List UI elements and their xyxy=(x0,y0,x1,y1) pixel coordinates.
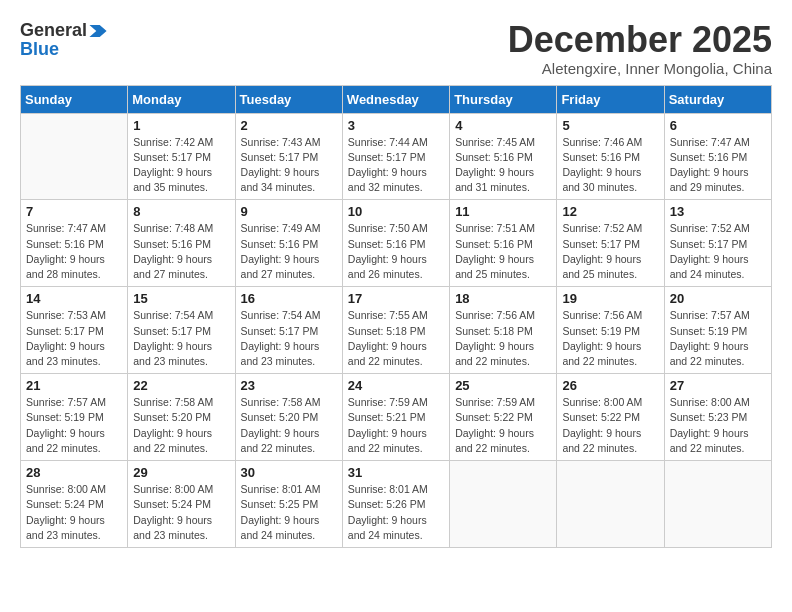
cell-info: Sunrise: 7:55 AM Sunset: 5:18 PM Dayligh… xyxy=(348,308,444,369)
calendar-cell xyxy=(21,113,128,200)
header-friday: Friday xyxy=(557,85,664,113)
cell-info: Sunrise: 7:57 AM Sunset: 5:19 PM Dayligh… xyxy=(670,308,766,369)
cell-info: Sunrise: 8:01 AM Sunset: 5:25 PM Dayligh… xyxy=(241,482,337,543)
cell-info: Sunrise: 7:52 AM Sunset: 5:17 PM Dayligh… xyxy=(562,221,658,282)
day-number: 27 xyxy=(670,378,766,393)
calendar-cell: 16Sunrise: 7:54 AM Sunset: 5:17 PM Dayli… xyxy=(235,287,342,374)
header-tuesday: Tuesday xyxy=(235,85,342,113)
logo: General Blue xyxy=(20,20,107,60)
calendar-table: SundayMondayTuesdayWednesdayThursdayFrid… xyxy=(20,85,772,548)
cell-info: Sunrise: 7:50 AM Sunset: 5:16 PM Dayligh… xyxy=(348,221,444,282)
logo-icon xyxy=(89,25,107,37)
cell-info: Sunrise: 7:43 AM Sunset: 5:17 PM Dayligh… xyxy=(241,135,337,196)
day-number: 21 xyxy=(26,378,122,393)
day-number: 12 xyxy=(562,204,658,219)
cell-info: Sunrise: 7:46 AM Sunset: 5:16 PM Dayligh… xyxy=(562,135,658,196)
calendar-cell: 7Sunrise: 7:47 AM Sunset: 5:16 PM Daylig… xyxy=(21,200,128,287)
cell-info: Sunrise: 7:59 AM Sunset: 5:22 PM Dayligh… xyxy=(455,395,551,456)
week-row-4: 28Sunrise: 8:00 AM Sunset: 5:24 PM Dayli… xyxy=(21,461,772,548)
calendar-cell: 23Sunrise: 7:58 AM Sunset: 5:20 PM Dayli… xyxy=(235,374,342,461)
logo-general: General xyxy=(20,20,87,41)
location-subtitle: Aletengxire, Inner Mongolia, China xyxy=(508,60,772,77)
calendar-cell: 13Sunrise: 7:52 AM Sunset: 5:17 PM Dayli… xyxy=(664,200,771,287)
cell-info: Sunrise: 8:00 AM Sunset: 5:24 PM Dayligh… xyxy=(133,482,229,543)
calendar-cell: 1Sunrise: 7:42 AM Sunset: 5:17 PM Daylig… xyxy=(128,113,235,200)
calendar-cell: 31Sunrise: 8:01 AM Sunset: 5:26 PM Dayli… xyxy=(342,461,449,548)
day-number: 16 xyxy=(241,291,337,306)
week-row-1: 7Sunrise: 7:47 AM Sunset: 5:16 PM Daylig… xyxy=(21,200,772,287)
calendar-cell: 26Sunrise: 8:00 AM Sunset: 5:22 PM Dayli… xyxy=(557,374,664,461)
header-thursday: Thursday xyxy=(450,85,557,113)
day-number: 13 xyxy=(670,204,766,219)
calendar-cell: 15Sunrise: 7:54 AM Sunset: 5:17 PM Dayli… xyxy=(128,287,235,374)
calendar-cell xyxy=(557,461,664,548)
cell-info: Sunrise: 7:56 AM Sunset: 5:18 PM Dayligh… xyxy=(455,308,551,369)
calendar-cell: 28Sunrise: 8:00 AM Sunset: 5:24 PM Dayli… xyxy=(21,461,128,548)
cell-info: Sunrise: 7:56 AM Sunset: 5:19 PM Dayligh… xyxy=(562,308,658,369)
calendar-cell: 12Sunrise: 7:52 AM Sunset: 5:17 PM Dayli… xyxy=(557,200,664,287)
day-number: 22 xyxy=(133,378,229,393)
day-number: 14 xyxy=(26,291,122,306)
calendar-cell: 27Sunrise: 8:00 AM Sunset: 5:23 PM Dayli… xyxy=(664,374,771,461)
day-number: 18 xyxy=(455,291,551,306)
day-number: 8 xyxy=(133,204,229,219)
page-header: General Blue December 2025 Aletengxire, … xyxy=(20,20,772,77)
day-number: 3 xyxy=(348,118,444,133)
header-sunday: Sunday xyxy=(21,85,128,113)
day-number: 15 xyxy=(133,291,229,306)
day-number: 26 xyxy=(562,378,658,393)
day-number: 4 xyxy=(455,118,551,133)
header-wednesday: Wednesday xyxy=(342,85,449,113)
cell-info: Sunrise: 7:54 AM Sunset: 5:17 PM Dayligh… xyxy=(133,308,229,369)
day-number: 7 xyxy=(26,204,122,219)
calendar-cell: 3Sunrise: 7:44 AM Sunset: 5:17 PM Daylig… xyxy=(342,113,449,200)
day-number: 19 xyxy=(562,291,658,306)
svg-marker-0 xyxy=(89,25,106,37)
title-area: December 2025 Aletengxire, Inner Mongoli… xyxy=(508,20,772,77)
cell-info: Sunrise: 7:44 AM Sunset: 5:17 PM Dayligh… xyxy=(348,135,444,196)
calendar-cell: 10Sunrise: 7:50 AM Sunset: 5:16 PM Dayli… xyxy=(342,200,449,287)
cell-info: Sunrise: 7:54 AM Sunset: 5:17 PM Dayligh… xyxy=(241,308,337,369)
day-number: 5 xyxy=(562,118,658,133)
calendar-cell: 30Sunrise: 8:01 AM Sunset: 5:25 PM Dayli… xyxy=(235,461,342,548)
day-number: 29 xyxy=(133,465,229,480)
calendar-cell: 6Sunrise: 7:47 AM Sunset: 5:16 PM Daylig… xyxy=(664,113,771,200)
week-row-3: 21Sunrise: 7:57 AM Sunset: 5:19 PM Dayli… xyxy=(21,374,772,461)
cell-info: Sunrise: 7:52 AM Sunset: 5:17 PM Dayligh… xyxy=(670,221,766,282)
header-saturday: Saturday xyxy=(664,85,771,113)
day-number: 11 xyxy=(455,204,551,219)
calendar-cell: 4Sunrise: 7:45 AM Sunset: 5:16 PM Daylig… xyxy=(450,113,557,200)
calendar-cell: 8Sunrise: 7:48 AM Sunset: 5:16 PM Daylig… xyxy=(128,200,235,287)
calendar-cell: 5Sunrise: 7:46 AM Sunset: 5:16 PM Daylig… xyxy=(557,113,664,200)
cell-info: Sunrise: 8:01 AM Sunset: 5:26 PM Dayligh… xyxy=(348,482,444,543)
day-number: 24 xyxy=(348,378,444,393)
header-monday: Monday xyxy=(128,85,235,113)
cell-info: Sunrise: 7:53 AM Sunset: 5:17 PM Dayligh… xyxy=(26,308,122,369)
cell-info: Sunrise: 7:42 AM Sunset: 5:17 PM Dayligh… xyxy=(133,135,229,196)
cell-info: Sunrise: 8:00 AM Sunset: 5:22 PM Dayligh… xyxy=(562,395,658,456)
calendar-cell xyxy=(664,461,771,548)
calendar-header-row: SundayMondayTuesdayWednesdayThursdayFrid… xyxy=(21,85,772,113)
day-number: 2 xyxy=(241,118,337,133)
cell-info: Sunrise: 8:00 AM Sunset: 5:23 PM Dayligh… xyxy=(670,395,766,456)
day-number: 30 xyxy=(241,465,337,480)
day-number: 28 xyxy=(26,465,122,480)
calendar-cell: 20Sunrise: 7:57 AM Sunset: 5:19 PM Dayli… xyxy=(664,287,771,374)
calendar-cell: 29Sunrise: 8:00 AM Sunset: 5:24 PM Dayli… xyxy=(128,461,235,548)
cell-info: Sunrise: 7:51 AM Sunset: 5:16 PM Dayligh… xyxy=(455,221,551,282)
cell-info: Sunrise: 7:49 AM Sunset: 5:16 PM Dayligh… xyxy=(241,221,337,282)
cell-info: Sunrise: 7:59 AM Sunset: 5:21 PM Dayligh… xyxy=(348,395,444,456)
cell-info: Sunrise: 7:45 AM Sunset: 5:16 PM Dayligh… xyxy=(455,135,551,196)
month-title: December 2025 xyxy=(508,20,772,60)
calendar-cell: 2Sunrise: 7:43 AM Sunset: 5:17 PM Daylig… xyxy=(235,113,342,200)
calendar-cell: 17Sunrise: 7:55 AM Sunset: 5:18 PM Dayli… xyxy=(342,287,449,374)
calendar-cell: 22Sunrise: 7:58 AM Sunset: 5:20 PM Dayli… xyxy=(128,374,235,461)
day-number: 17 xyxy=(348,291,444,306)
day-number: 10 xyxy=(348,204,444,219)
calendar-cell: 14Sunrise: 7:53 AM Sunset: 5:17 PM Dayli… xyxy=(21,287,128,374)
calendar-cell: 19Sunrise: 7:56 AM Sunset: 5:19 PM Dayli… xyxy=(557,287,664,374)
calendar-cell: 9Sunrise: 7:49 AM Sunset: 5:16 PM Daylig… xyxy=(235,200,342,287)
cell-info: Sunrise: 7:57 AM Sunset: 5:19 PM Dayligh… xyxy=(26,395,122,456)
day-number: 1 xyxy=(133,118,229,133)
calendar-cell: 18Sunrise: 7:56 AM Sunset: 5:18 PM Dayli… xyxy=(450,287,557,374)
